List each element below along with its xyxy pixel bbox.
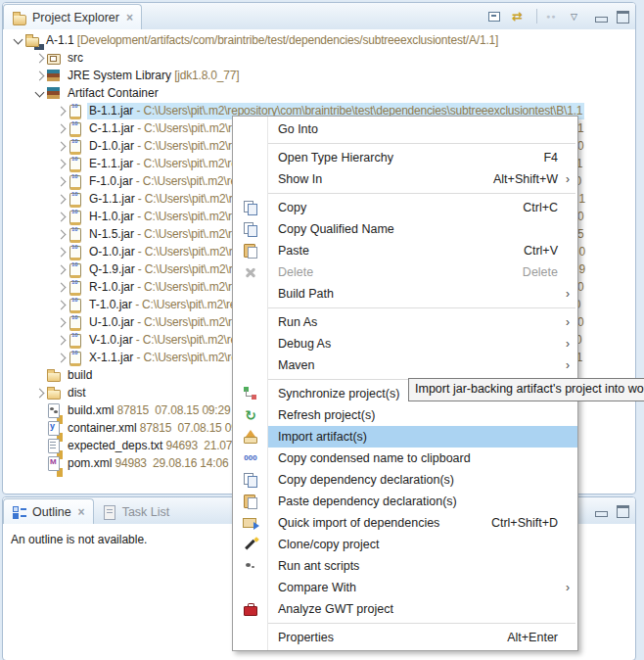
menu-item-accelerator: F4 <box>543 151 558 165</box>
menu-item-label: Import artifact(s) <box>278 430 558 444</box>
menu-item-copy[interactable]: CopyCtrl+C <box>233 197 577 218</box>
tab-task-list[interactable]: Task List <box>94 499 178 524</box>
chevron-right-icon[interactable] <box>56 176 66 186</box>
chevron-right-icon[interactable] <box>34 71 44 80</box>
menu-item-label: Paste <box>278 244 510 258</box>
chevron-right-icon[interactable] <box>34 53 44 63</box>
menu-item-debug-as[interactable]: Debug As› <box>233 333 577 354</box>
chevron-right-icon[interactable] <box>56 335 66 345</box>
menu-item-copy-dependency-declaration-s[interactable]: Copy dependency declaration(s) <box>233 469 577 491</box>
menu-item-maven[interactable]: Maven› <box>233 354 577 376</box>
tooltip: Import jar-backing artifact's project in… <box>408 378 644 401</box>
chevron-right-icon[interactable] <box>56 123 66 133</box>
jar-icon <box>68 173 83 189</box>
chevron-right-icon[interactable] <box>56 282 66 292</box>
tree-item-label: container.xml <box>68 421 137 435</box>
maximize-icon[interactable] <box>617 11 629 24</box>
explorer-toolbar: ⇄ ●● ▽ <box>487 3 629 29</box>
tree-item-label: N-1.5.jar <box>89 227 134 241</box>
chevron-right-icon[interactable] <box>56 353 66 362</box>
tab-project-explorer[interactable]: Project Explorer × <box>3 4 142 29</box>
menu-item-run-ant-scripts[interactable]: Run ant scripts <box>233 555 577 577</box>
chevron-right-icon[interactable] <box>56 247 66 257</box>
chevron-down-icon[interactable] <box>13 34 23 44</box>
menu-separator <box>268 193 575 194</box>
menu-item-label: Copy <box>278 201 509 214</box>
jar-icon <box>68 209 83 224</box>
chevron-right-icon[interactable] <box>56 106 66 116</box>
src-icon <box>46 50 62 66</box>
menu-item-compare-with[interactable]: Compare With› <box>233 577 577 598</box>
menu-item-quick-import-of-dependencies[interactable]: Quick import of dependenciesCtrl+Shift+D <box>233 512 577 534</box>
minimize-icon[interactable] <box>595 17 608 23</box>
close-icon[interactable]: × <box>78 505 85 519</box>
tree-item-label: V-1.0.jar <box>89 333 133 347</box>
tree-item-jre-system-library[interactable]: JRE System Library [jdk1.8.0_77] <box>3 67 635 84</box>
chevron-right-icon[interactable] <box>56 212 66 221</box>
menu-item-show-in[interactable]: Show InAlt+Shift+W› <box>233 168 577 190</box>
jar-icon <box>68 191 83 207</box>
menu-item-build-path[interactable]: Build Path› <box>233 283 577 305</box>
menu-item-label: Copy dependency declaration(s) <box>278 473 558 487</box>
tree-item-label: T-1.0.jar <box>89 298 132 311</box>
jar-icon <box>68 120 83 136</box>
menu-item-refresh-project-s[interactable]: ↻Refresh project(s) <box>233 404 577 426</box>
chevron-right-icon[interactable] <box>56 317 66 327</box>
tree-item-a-1-1[interactable]: A-1.1 [Development/artifacts/com/braintr… <box>3 31 635 49</box>
tree-item-decoration: 94983 29.08.16 14:06 pit <box>112 456 246 470</box>
menu-item-clone-copy-project[interactable]: Clone/copy project <box>233 534 577 555</box>
menu-item-run-as[interactable]: Run As› <box>233 311 577 333</box>
project-explorer-icon <box>12 10 27 25</box>
menu-item-copy-qualified-name[interactable]: Copy Qualified Name <box>233 218 577 240</box>
menu-item-properties[interactable]: PropertiesAlt+Enter <box>233 627 577 648</box>
tree-item-label: A-1.1 <box>46 33 74 47</box>
menu-item-label: Run ant scripts <box>278 559 558 573</box>
jar-icon <box>68 261 83 277</box>
menu-item-go-into[interactable]: Go Into <box>233 118 577 140</box>
menu-item-paste[interactable]: PasteCtrl+V <box>233 240 577 261</box>
tree-item-label: pom.xml <box>68 456 112 470</box>
maximize-icon[interactable] <box>617 505 629 518</box>
chevron-right-icon[interactable] <box>56 159 66 168</box>
submenu-arrow-icon: › <box>558 581 570 594</box>
tree-item-src[interactable]: src <box>3 49 635 67</box>
chevron-right-icon[interactable] <box>34 388 44 398</box>
project-icon <box>24 32 40 48</box>
chevron-right-icon[interactable] <box>56 141 66 151</box>
refresh-icon: ↻ <box>242 407 259 423</box>
tab-outline[interactable]: Outline × <box>3 498 94 524</box>
tree-item-label: O-1.0.jar <box>89 245 135 259</box>
tree-item-decoration: [Development/artifacts/com/braintribe/te… <box>74 33 498 47</box>
tree-item-label: R-1.0.jar <box>89 280 134 294</box>
menu-item-accelerator: Alt+Shift+W <box>493 172 558 186</box>
close-icon[interactable]: × <box>126 11 133 24</box>
menu-item-accelerator: Ctrl+V <box>524 244 558 258</box>
menu-item-analyze-gwt-project[interactable]: Analyze GWT project <box>233 598 577 620</box>
jar-icon <box>68 297 83 312</box>
collapse-all-icon[interactable] <box>487 9 503 24</box>
view-menu-icon[interactable]: ▽ <box>571 9 586 24</box>
chevron-down-icon[interactable] <box>34 87 44 97</box>
minimize-icon[interactable] <box>595 511 608 517</box>
chevron-right-icon[interactable] <box>56 194 66 204</box>
menu-separator <box>268 143 575 144</box>
tree-item-artifact-container[interactable]: Artifact Container <box>3 84 635 102</box>
jar-icon <box>68 103 83 118</box>
chevron-right-icon[interactable] <box>56 229 66 239</box>
menu-item-paste-dependency-declaration-s[interactable]: Paste dependency declaration(s) <box>233 491 577 512</box>
menu-item-import-artifact-s[interactable]: Import artifact(s) <box>233 426 577 448</box>
menu-item-copy-condensed-name-to-clipboard[interactable]: 000Copy condensed name to clipboard <box>233 448 577 469</box>
menu-item-label: Paste dependency declaration(s) <box>278 495 558 508</box>
folder-icon <box>46 367 62 383</box>
link-with-editor-icon[interactable]: ⇄ <box>512 9 528 24</box>
tree-item-label: build.xml <box>68 403 114 417</box>
menu-item-accelerator: Delete <box>523 265 558 279</box>
tree-item-label: U-1.0.jar <box>89 315 134 329</box>
eclipse-window: Project Explorer × ⇄ ●● ▽ A-1.1 [Develop… <box>0 0 644 660</box>
menu-item-open-type-hierarchy[interactable]: Open Type HierarchyF4 <box>233 147 577 168</box>
jar-icon <box>68 350 83 365</box>
chevron-right-icon[interactable] <box>56 300 66 309</box>
chevron-right-icon[interactable] <box>56 264 66 274</box>
menu-item-label: Refresh project(s) <box>278 408 558 422</box>
xmly-icon <box>46 420 62 436</box>
